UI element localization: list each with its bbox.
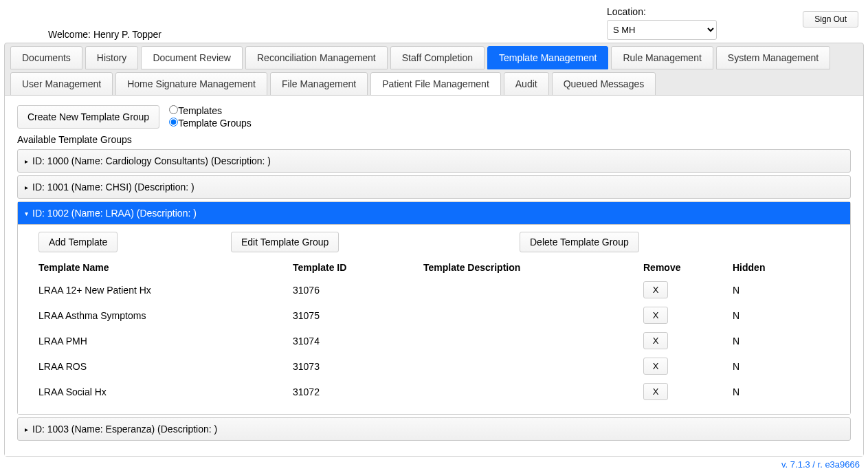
- col-desc: Template Description: [423, 262, 643, 273]
- tab-history[interactable]: History: [85, 46, 139, 69]
- remove-button[interactable]: X: [643, 332, 668, 349]
- template-group-header-text: ID: 1002 (Name: LRAA) (Description: ): [32, 208, 197, 219]
- radio-template-groups[interactable]: Template Groups: [169, 118, 252, 129]
- table-row: LRAA Asthma Symptoms31075XN: [38, 303, 839, 328]
- cell-id: 31076: [293, 285, 423, 296]
- table-row: LRAA ROS31073XN: [38, 353, 839, 379]
- template-group-item: ▸ID: 1000 (Name: Cardiology Consultants)…: [17, 149, 851, 173]
- template-group-body: Add TemplateEdit Template GroupDelete Te…: [18, 224, 850, 414]
- cell-hidden: N: [733, 310, 815, 321]
- cell-remove: X: [643, 383, 733, 400]
- tab-home-signature-management[interactable]: Home Signature Management: [115, 72, 267, 96]
- col-remove: Remove: [643, 262, 733, 273]
- template-group-header[interactable]: ▸ID: 1003 (Name: Esperanza) (Description…: [18, 418, 850, 440]
- cell-remove: X: [643, 281, 733, 298]
- chevron-down-icon: ▾: [25, 210, 28, 217]
- cell-id: 31074: [293, 336, 423, 347]
- table-row: LRAA Social Hx31072XN: [38, 379, 839, 404]
- template-group-item: ▾ID: 1002 (Name: LRAA) (Description: )Ad…: [17, 201, 851, 415]
- cell-remove: X: [643, 358, 733, 375]
- tab-template-management[interactable]: Template Management: [487, 46, 608, 69]
- radio-template-groups-input[interactable]: [169, 118, 178, 127]
- radio-templates-label: Templates: [178, 105, 222, 116]
- remove-button[interactable]: X: [643, 383, 668, 400]
- col-id: Template ID: [293, 262, 423, 273]
- template-group-header-text: ID: 1000 (Name: Cardiology Consultants) …: [32, 155, 271, 166]
- tab-audit[interactable]: Audit: [504, 72, 549, 96]
- col-name: Template Name: [38, 262, 293, 273]
- cell-remove: X: [643, 332, 733, 349]
- table-row: LRAA 12+ New Patient Hx31076XN: [38, 277, 839, 303]
- cell-hidden: N: [733, 336, 815, 347]
- location-select[interactable]: S MH: [607, 20, 717, 40]
- tab-document-review[interactable]: Document Review: [141, 46, 243, 69]
- tab-reconciliation-management[interactable]: Reconciliation Management: [245, 46, 388, 69]
- cell-remove: X: [643, 307, 733, 324]
- template-group-header[interactable]: ▾ID: 1002 (Name: LRAA) (Description: ): [18, 202, 850, 224]
- tab-user-management[interactable]: User Management: [10, 72, 113, 96]
- cell-hidden: N: [733, 386, 815, 397]
- tab-system-management[interactable]: System Management: [716, 46, 830, 69]
- available-template-groups-label: Available Template Groups: [17, 134, 851, 145]
- cell-id: 31073: [293, 361, 423, 372]
- chevron-right-icon: ▸: [25, 184, 28, 191]
- welcome-user-name: Henry P. Topper: [93, 29, 162, 40]
- chevron-right-icon: ▸: [25, 426, 28, 433]
- tab-queued-messages[interactable]: Queued Messages: [552, 72, 656, 96]
- cell-id: 31072: [293, 386, 423, 397]
- tab-content-template-management: Create New Template Group Templates Temp…: [5, 95, 863, 456]
- tab-rule-management[interactable]: Rule Management: [611, 46, 713, 69]
- location-label: Location:: [607, 6, 717, 17]
- remove-button[interactable]: X: [643, 358, 668, 375]
- template-group-header-text: ID: 1003 (Name: Esperanza) (Description:…: [32, 424, 217, 435]
- template-group-header[interactable]: ▸ID: 1001 (Name: CHSI) (Description: ): [18, 176, 850, 198]
- cell-id: 31075: [293, 310, 423, 321]
- cell-name: LRAA Social Hx: [38, 386, 293, 397]
- radio-templates[interactable]: Templates: [169, 105, 252, 116]
- delete-template-group-button[interactable]: Delete Template Group: [520, 232, 639, 252]
- tab-file-management[interactable]: File Management: [270, 72, 368, 96]
- cell-hidden: N: [733, 361, 815, 372]
- cell-name: LRAA Asthma Symptoms: [38, 310, 293, 321]
- cell-name: LRAA PMH: [38, 336, 293, 347]
- main-tabs: DocumentsHistoryDocument ReviewReconcili…: [4, 43, 864, 457]
- add-template-button[interactable]: Add Template: [38, 232, 118, 252]
- chevron-right-icon: ▸: [25, 157, 28, 165]
- tab-documents[interactable]: Documents: [10, 46, 82, 69]
- edit-template-group-button[interactable]: Edit Template Group: [231, 232, 339, 252]
- cell-name: LRAA ROS: [38, 361, 293, 372]
- cell-hidden: N: [733, 285, 815, 296]
- remove-button[interactable]: X: [643, 307, 668, 324]
- remove-button[interactable]: X: [643, 281, 668, 298]
- version-label: v. 7.1.3 / r. e3a9666: [781, 459, 860, 470]
- radio-templates-input[interactable]: [169, 105, 178, 114]
- col-hidden: Hidden: [733, 262, 815, 273]
- tab-patient-file-management[interactable]: Patient File Management: [370, 72, 501, 96]
- create-new-template-group-button[interactable]: Create New Template Group: [17, 105, 159, 129]
- tab-staff-completion[interactable]: Staff Completion: [390, 46, 485, 69]
- template-group-item: ▸ID: 1001 (Name: CHSI) (Description: ): [17, 175, 851, 199]
- table-row: LRAA PMH31074XN: [38, 328, 839, 353]
- sign-out-button[interactable]: Sign Out: [803, 11, 858, 28]
- template-group-item: ▸ID: 1003 (Name: Esperanza) (Description…: [17, 417, 851, 441]
- welcome-label: Welcome:: [48, 29, 91, 40]
- template-group-header-text: ID: 1001 (Name: CHSI) (Description: ): [32, 182, 194, 193]
- radio-template-groups-label: Template Groups: [178, 118, 252, 129]
- cell-name: LRAA 12+ New Patient Hx: [38, 285, 293, 296]
- template-group-header[interactable]: ▸ID: 1000 (Name: Cardiology Consultants)…: [18, 150, 850, 172]
